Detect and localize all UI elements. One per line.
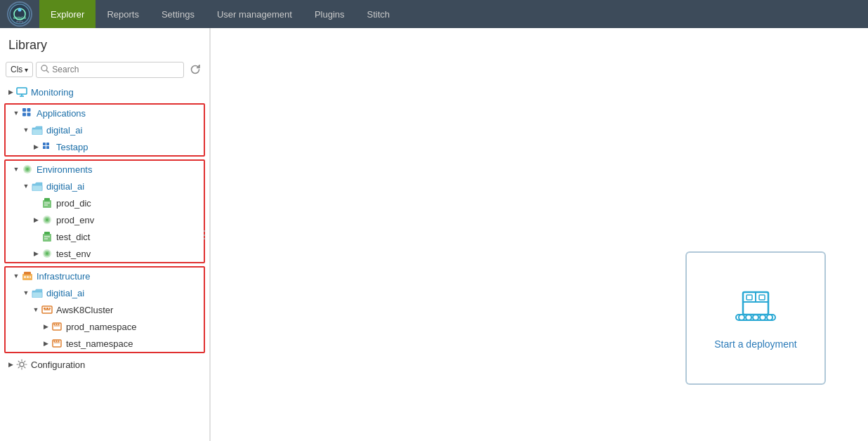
configuration-arrow [6,360,15,369]
test-namespace-arrow [41,338,51,348]
prod-namespace-label: prod_namespace [66,322,136,332]
svg-rect-14 [43,143,46,145]
tree-item-test-dict[interactable]: test_dict [6,228,204,245]
refresh-button[interactable] [187,61,204,78]
awsk8cluster-label: AwsK8Cluster [56,305,113,315]
tree-item-environments[interactable]: Environments [6,161,204,178]
test-env-arrow [31,249,41,258]
test-env-icon [41,247,53,260]
svg-rect-13 [27,113,31,117]
svg-rect-10 [22,108,26,112]
tree-item-monitoring[interactable]: Monitoring [0,84,209,100]
env-digital-ai-label: digitial_ai [46,181,84,192]
tree-item-testapp[interactable]: Testapp [6,138,204,155]
applications-section: Applications digital_ai [4,103,205,157]
applications-label: Applications [37,108,86,119]
infrastructure-icon [21,270,34,282]
main-content: Start a deployment [211,28,868,441]
logo: digital.ai deploy [7,1,32,27]
nav-stitch[interactable]: Stitch [356,0,402,28]
svg-point-27 [46,218,48,221]
library-title: Library [0,28,209,58]
tree-item-digital-ai[interactable]: digital_ai [6,121,204,138]
tree-item-infra-digital-ai[interactable]: digitial_ai [6,284,204,301]
folder-icon [31,124,44,136]
cluster-icon [41,303,53,316]
prod-dict-label: prod_dic [56,198,91,209]
tree-item-prod-env[interactable]: prod_env [6,211,204,228]
prod-env-arrow [31,215,41,225]
search-input[interactable] [52,65,179,74]
nav-reports[interactable]: Reports [96,0,150,28]
sidebar: Library Cls ▾ [0,28,211,441]
svg-point-55 [20,362,24,367]
svg-rect-16 [43,146,46,149]
svg-rect-36 [24,272,31,275]
tree-item-prod-dict[interactable]: prod_dic [6,195,204,211]
configuration-icon [15,358,28,371]
infra-digital-ai-arrow [21,288,31,298]
prod-dict-icon [41,197,53,209]
chevron-down-icon: ▾ [25,66,28,74]
test-namespace-label: test_namespace [66,338,133,349]
svg-point-66 [767,315,772,320]
nav-user-management[interactable]: User management [206,0,303,28]
svg-rect-22 [44,198,50,201]
deploy-icon [728,287,784,329]
svg-rect-42 [44,308,46,309]
environments-label: Environments [37,164,92,175]
tree-item-infrastructure[interactable]: Infrastructure [6,268,204,284]
prod-env-label: prod_env [56,215,94,225]
start-deployment-card[interactable]: Start a deployment [685,251,826,385]
svg-rect-54 [58,341,60,342]
digital-ai-arrow [21,125,31,135]
awsk8cluster-arrow [31,305,41,315]
svg-point-2 [18,8,22,12]
environments-section: Environments digitial_ai [4,159,205,263]
svg-rect-7 [17,88,27,94]
tree: Monitoring Applications [0,81,209,376]
svg-rect-15 [46,143,49,145]
nav-settings[interactable]: Settings [150,0,206,28]
main-layout: Library Cls ▾ [0,28,868,441]
nav-explorer[interactable]: Explorer [39,0,96,28]
svg-rect-38 [27,276,29,278]
tree-item-awsk8cluster[interactable]: AwsK8Cluster [6,301,204,318]
applications-arrow [11,108,21,118]
top-navigation: digital.ai deploy Explorer Reports Setti… [0,0,868,28]
svg-rect-44 [49,308,51,309]
tree-item-test-namespace[interactable]: test_namespace [6,335,204,352]
test-dict-icon [41,230,53,243]
svg-rect-60 [759,295,765,300]
svg-line-6 [46,70,48,72]
search-bar: Cls ▾ [0,58,209,81]
svg-rect-52 [54,341,55,342]
tree-item-env-digital-ai[interactable]: digitial_ai [6,178,204,195]
prod-namespace-arrow [41,322,51,331]
env-digital-ai-arrow [21,181,31,191]
svg-rect-43 [46,308,48,309]
monitoring-label: Monitoring [31,87,74,98]
digital-ai-label: digital_ai [46,125,82,136]
svg-rect-29 [44,232,50,235]
testapp-icon [41,140,53,153]
cls-dropdown[interactable]: Cls ▾ [6,62,33,77]
infrastructure-label: Infrastructure [37,271,91,282]
start-deployment-label: Start a deployment [714,338,797,350]
svg-rect-59 [747,295,752,300]
svg-point-20 [26,168,29,171]
drag-handle[interactable]: ⋮ [199,228,210,242]
svg-rect-17 [46,146,49,149]
environments-arrow [11,164,21,174]
tree-item-test-env[interactable]: test_env [6,245,204,262]
svg-text:deploy: deploy [16,20,24,23]
tree-item-configuration[interactable]: Configuration [0,356,209,373]
prod-namespace-icon [51,320,63,333]
tree-item-applications[interactable]: Applications [6,105,204,121]
search-input-wrap [36,62,184,78]
infrastructure-arrow [11,271,21,281]
tree-item-prod-namespace[interactable]: prod_namespace [6,318,204,335]
nav-plugins[interactable]: Plugins [303,0,356,28]
testapp-label: Testapp [56,142,88,152]
test-env-label: test_env [56,249,91,259]
